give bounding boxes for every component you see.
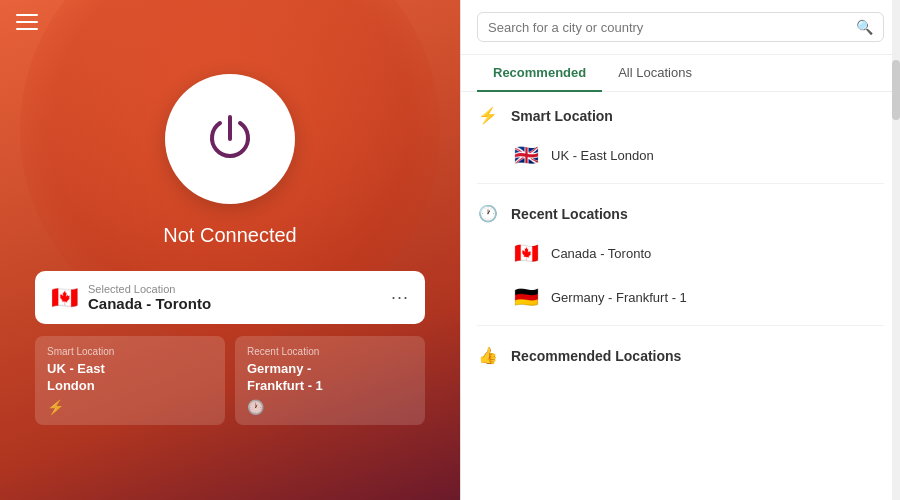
shortcut-smart-name: UK - EastLondon [47,361,213,395]
section-smart-icon: ⚡ [477,106,499,125]
list-item[interactable]: 🇬🇧 UK - East London [461,133,900,177]
list-item[interactable]: 🇩🇪 Germany - Frankfurt - 1 [461,275,900,319]
power-button[interactable] [165,74,295,204]
search-icon: 🔍 [856,19,873,35]
flag-canada: 🇨🇦 [513,241,539,265]
selected-location-info: Selected Location Canada - Toronto [88,283,211,312]
section-recent-title: Recent Locations [511,206,628,222]
selected-location-card[interactable]: 🇨🇦 Selected Location Canada - Toronto ··… [35,271,425,324]
section-smart-title: Smart Location [511,108,613,124]
locations-list: ⚡ Smart Location 🇬🇧 UK - East London 🕐 R… [461,92,900,500]
section-recommended-title: Recommended Locations [511,348,681,364]
selected-location-label: Selected Location [88,283,211,295]
section-recent-icon: 🕐 [477,204,499,223]
left-panel: Not Connected 🇨🇦 Selected Location Canad… [0,0,460,500]
section-header-recommended: 👍 Recommended Locations [461,332,900,373]
header-bar [0,0,460,44]
shortcut-recent-icon: 🕐 [247,399,264,415]
tab-recommended[interactable]: Recommended [477,55,602,92]
shortcut-recent-label: Recent Location [247,346,413,357]
section-header-recent: 🕐 Recent Locations [461,190,900,231]
bottom-shortcuts: Smart Location UK - EastLondon ⚡ Recent … [35,336,425,425]
shortcut-smart-bottom: ⚡ [47,399,213,415]
menu-icon[interactable] [16,14,38,30]
scrollbar-thumb[interactable] [892,60,900,120]
flag-uk: 🇬🇧 [513,143,539,167]
connection-status: Not Connected [163,224,296,247]
search-input-wrapper: 🔍 [477,12,884,42]
divider-1 [477,183,884,184]
location-germany-frankfurt: Germany - Frankfurt - 1 [551,290,687,305]
more-options-button[interactable]: ··· [391,287,409,308]
flag-germany: 🇩🇪 [513,285,539,309]
selected-flag: 🇨🇦 [51,285,78,311]
section-header-smart: ⚡ Smart Location [461,92,900,133]
shortcut-smart-icon: ⚡ [47,399,64,415]
tabs-bar: Recommended All Locations [461,55,900,92]
shortcut-card-smart[interactable]: Smart Location UK - EastLondon ⚡ [35,336,225,425]
section-recommended-icon: 👍 [477,346,499,365]
power-icon [200,109,260,169]
selected-location-left: 🇨🇦 Selected Location Canada - Toronto [51,283,211,312]
location-uk-east-london: UK - East London [551,148,654,163]
shortcut-card-recent[interactable]: Recent Location Germany -Frankfurt - 1 🕐 [235,336,425,425]
right-panel: 🔍 Recommended All Locations ⚡ Smart Loca… [460,0,900,500]
location-canada-toronto: Canada - Toronto [551,246,651,261]
scrollbar-track [892,0,900,500]
shortcut-recent-bottom: 🕐 [247,399,413,415]
search-bar: 🔍 [461,0,900,55]
search-input[interactable] [488,20,848,35]
shortcut-smart-label: Smart Location [47,346,213,357]
divider-2 [477,325,884,326]
tab-all-locations[interactable]: All Locations [602,55,708,92]
selected-location-name: Canada - Toronto [88,295,211,312]
power-button-area [165,74,295,204]
shortcut-recent-name: Germany -Frankfurt - 1 [247,361,413,395]
list-item[interactable]: 🇨🇦 Canada - Toronto [461,231,900,275]
